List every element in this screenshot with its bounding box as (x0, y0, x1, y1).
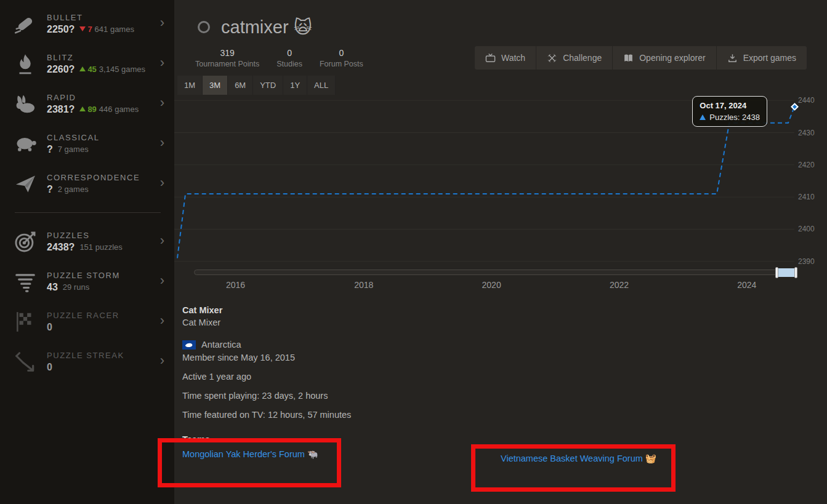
sidebar-item-puzzles[interactable]: PUZZLES 2438? 151 puzzles › (0, 222, 174, 262)
stats-row: 319 Tournament Points 0 Studies 0 Forum … (187, 46, 807, 70)
y-axis-label: 2420 (798, 161, 815, 169)
bullet-icon (14, 12, 47, 36)
chart-range-tabs: 1M 3M 6M YTD 1Y ALL (177, 76, 827, 95)
tournament-points-link[interactable]: 319 Tournament Points (187, 48, 268, 68)
trend-up-icon (700, 114, 706, 120)
sidebar-item-correspondence[interactable]: CORRESPONDENCE ? 2 games › (0, 164, 174, 204)
sidebar-item-bullet[interactable]: BULLET 2250? 7 641 games › (0, 4, 174, 44)
slider-year: 2020 (482, 280, 501, 290)
watch-button[interactable]: Watch (475, 46, 536, 70)
y-axis-label: 2400 (798, 225, 815, 233)
forum-posts-link[interactable]: 0 Forum Posts (311, 48, 372, 68)
book-icon (623, 53, 634, 63)
real-name: Cat Mixer (182, 305, 819, 315)
y-axis: 239024002410242024302440 (794, 97, 827, 265)
perf-label: PUZZLE RACER (47, 311, 160, 320)
trend-down-icon (79, 26, 86, 31)
tab-1m[interactable]: 1M (177, 76, 203, 95)
team-link-mongolian-yak[interactable]: Mongolian Yak Herder's Forum 🐃 (182, 449, 318, 460)
slider-year: 2024 (737, 280, 756, 290)
download-icon (727, 53, 738, 63)
studies-link[interactable]: 0 Studies (268, 48, 311, 68)
chevron-right-icon: › (160, 56, 168, 72)
slider-track[interactable] (194, 270, 796, 275)
perf-label: CORRESPONDENCE (47, 173, 160, 182)
profile-main: catmixer 🙀 319 Tournament Points 0 Studi… (174, 0, 827, 504)
sidebar-item-rapid[interactable]: RAPID 2381? 89 446 games › (0, 84, 174, 124)
puzzles-icon (14, 230, 47, 254)
chevron-right-icon: › (160, 234, 168, 250)
trend-up-icon (79, 66, 86, 71)
perf-games: 446 games (99, 105, 139, 114)
sidebar-item-blitz[interactable]: BLITZ 2260? 45 3,145 games › (0, 44, 174, 84)
tab-all[interactable]: ALL (307, 76, 336, 95)
team-link-vietnamese-basket[interactable]: Vietnamese Basket Weaving Forum 🧺 (501, 454, 656, 464)
action-buttons: Watch Challenge Opening explorer Export … (475, 46, 807, 70)
profile-info: Cat Mixer Cat Mixer Antarctica Member si… (182, 305, 819, 420)
username: catmixer 🙀 (221, 17, 312, 38)
perf-label: PUZZLE STORM (47, 271, 160, 280)
tooltip-date: Oct 17, 2024 (700, 101, 760, 110)
offline-status-icon (198, 21, 210, 33)
perf-games: 7 games (58, 145, 89, 154)
streak-icon (14, 350, 47, 374)
sidebar-item-puzzle-racer[interactable]: PUZZLE RACER 0 › (0, 302, 174, 342)
sidebar-item-classical[interactable]: CLASSICAL ? 7 games › (0, 124, 174, 164)
correspondence-icon (14, 172, 47, 196)
profile-header: catmixer 🙀 (198, 17, 827, 38)
perf-games: 29 runs (63, 282, 89, 292)
last-active: Active 1 year ago (182, 372, 819, 382)
tab-1y[interactable]: 1Y (283, 76, 307, 95)
perf-rating: 2260? (47, 64, 75, 75)
trend-value: 7 (87, 25, 92, 34)
y-axis-label: 2390 (798, 257, 815, 266)
slider-year: 2022 (610, 280, 629, 290)
racer-flag-icon (14, 310, 47, 334)
chart-tooltip: Oct 17, 2024 Puzzles: 2438 (692, 96, 767, 127)
chevron-right-icon: › (160, 96, 168, 112)
perf-label: BULLET (47, 13, 160, 22)
perf-rating: 43 (47, 282, 58, 293)
crossed-swords-icon (547, 53, 557, 63)
y-axis-label: 2440 (798, 96, 815, 105)
sidebar-divider (15, 212, 161, 213)
sidebar-item-puzzle-storm[interactable]: PUZZLE STORM 43 29 runs › (0, 262, 174, 302)
time-playing: Time spent playing: 23 days, 2 hours (182, 391, 819, 401)
tab-ytd[interactable]: YTD (253, 76, 283, 95)
sidebar-item-puzzle-streak[interactable]: PUZZLE STREAK 0 › (0, 342, 174, 382)
tv-icon (485, 53, 496, 63)
perf-rating: 2250? (47, 24, 75, 35)
time-on-tv: Time featured on TV: 12 hours, 57 minute… (182, 410, 819, 420)
teams-section: Teams Mongolian Yak Herder's Forum 🐃 Vie… (182, 434, 819, 464)
chevron-right-icon: › (160, 136, 168, 152)
classical-icon (14, 132, 47, 156)
member-since: Member since May 16, 2015 (182, 353, 819, 362)
chevron-right-icon: › (160, 314, 168, 330)
tooltip-value: Puzzles: 2438 (709, 113, 760, 122)
opening-explorer-button[interactable]: Opening explorer (612, 46, 716, 70)
slider-handle-right[interactable] (794, 267, 797, 278)
trend-up-icon (79, 106, 86, 111)
tab-6m[interactable]: 6M (228, 76, 253, 95)
perf-label: PUZZLES (47, 231, 160, 240)
rating-chart-row: Oct 17, 2024 Puzzles: 2438 2390240024102… (174, 97, 827, 265)
profile-page: BULLET 2250? 7 641 games › BLITZ 2260? (0, 0, 827, 504)
export-games-button[interactable]: Export games (716, 46, 807, 70)
perf-rating: 0 (47, 322, 52, 333)
rating-chart[interactable]: Oct 17, 2024 Puzzles: 2438 (174, 97, 794, 265)
storm-icon (14, 270, 47, 294)
slider-year: 2018 (354, 280, 373, 290)
tab-3m[interactable]: 3M (203, 76, 228, 95)
perf-games: 641 games (95, 25, 134, 34)
ratings-sidebar: BULLET 2250? 7 641 games › BLITZ 2260? (0, 0, 174, 504)
perf-label: PUZZLE STREAK (47, 351, 160, 360)
trend-value: 45 (87, 65, 96, 74)
perf-rating: 2381? (47, 104, 75, 115)
slider-selected-range[interactable] (777, 268, 796, 277)
perf-games: 3,145 games (99, 65, 145, 74)
antarctica-flag-icon (182, 340, 196, 350)
slider-handle-left[interactable] (775, 267, 778, 278)
chevron-right-icon: › (160, 274, 168, 290)
challenge-button[interactable]: Challenge (536, 46, 612, 70)
country-name: Antarctica (201, 340, 241, 350)
